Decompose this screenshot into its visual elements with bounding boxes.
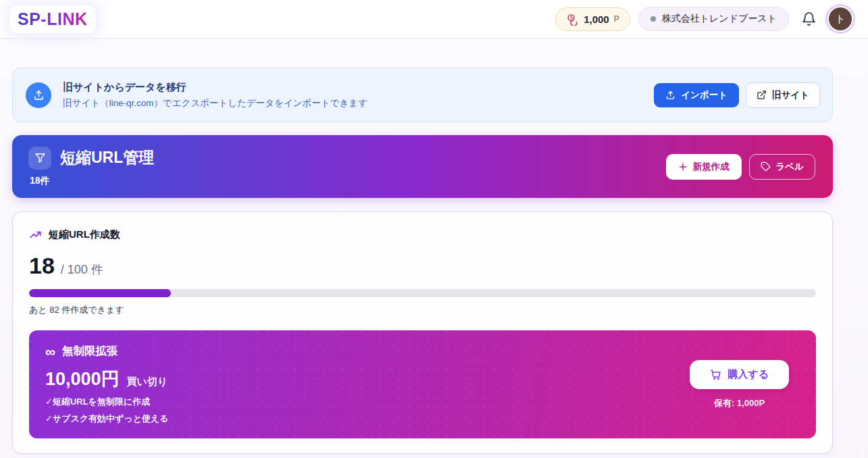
migration-banner: 旧サイトからデータを移行 旧サイト（line-qr.com）でエクスポートしたデ… bbox=[12, 68, 833, 122]
top-header: SP-LINK 1,000 P 株式会社トレンドブースト bbox=[0, 0, 868, 39]
unlimited-promo-card: ∞ 無制限拡張 10,000円 買い切り ✓短縮URLを無制限に作成 ✓サブスク… bbox=[29, 330, 816, 438]
purchase-button-label: 購入する bbox=[727, 368, 769, 381]
usage-progress-bar bbox=[29, 289, 816, 297]
points-balance-text: 保有: 1,000P bbox=[714, 397, 765, 409]
migration-banner-text: 旧サイトからデータを移行 旧サイト（line-qr.com）でエクスポートしたデ… bbox=[63, 81, 367, 109]
migration-banner-actions: インポート 旧サイト bbox=[654, 82, 820, 108]
label-button-label: ラベル bbox=[776, 161, 804, 173]
promo-title: 無制限拡張 bbox=[62, 344, 118, 359]
trending-up-icon bbox=[29, 228, 42, 241]
stats-title: 短縮URL作成数 bbox=[49, 228, 120, 241]
promo-left: ∞ 無制限拡張 10,000円 買い切り ✓短縮URLを無制限に作成 ✓サブスク… bbox=[45, 344, 169, 425]
label-button[interactable]: ラベル bbox=[749, 154, 815, 180]
url-manager-header-left: 短縮URL管理 18件 bbox=[28, 147, 154, 187]
upload-icon bbox=[33, 89, 45, 101]
old-site-button[interactable]: 旧サイト bbox=[746, 82, 820, 108]
promo-price: 10,000円 bbox=[45, 367, 120, 391]
header-right: 1,000 P 株式会社トレンドブースト ト bbox=[555, 6, 853, 32]
tag-icon bbox=[761, 161, 771, 172]
points-value: 1,000 bbox=[584, 14, 609, 25]
upload-icon bbox=[665, 90, 675, 100]
plus-icon bbox=[678, 162, 688, 172]
url-manager-header: 短縮URL管理 18件 新規作成 ラベル bbox=[12, 135, 833, 198]
promo-feature: ✓短縮URLを無制限に作成 bbox=[45, 396, 169, 408]
promo-title-row: ∞ 無制限拡張 bbox=[45, 344, 169, 359]
company-name: 株式会社トレンドブースト bbox=[662, 13, 777, 25]
company-selector[interactable]: 株式会社トレンドブースト bbox=[638, 7, 789, 31]
app-logo[interactable]: SP-LINK bbox=[9, 5, 96, 33]
stats-card: 短縮URL作成数 18 / 100 件 あと 82 件作成できます ∞ 無制限拡… bbox=[12, 211, 833, 454]
filter-icon-chip bbox=[28, 147, 51, 170]
main-content: 旧サイトからデータを移行 旧サイト（line-qr.com）でエクスポートしたデ… bbox=[12, 68, 833, 458]
migration-banner-left: 旧サイトからデータを移行 旧サイト（line-qr.com）でエクスポートしたデ… bbox=[26, 81, 367, 109]
avatar[interactable]: ト bbox=[827, 6, 853, 32]
stats-total-limit: / 100 件 bbox=[61, 261, 103, 278]
external-link-icon bbox=[757, 90, 767, 100]
url-manager-actions: 新規作成 ラベル bbox=[666, 154, 815, 180]
migration-banner-title: 旧サイトからデータを移行 bbox=[63, 81, 367, 94]
purchase-button[interactable]: 購入する bbox=[690, 360, 789, 389]
stats-number-row: 18 / 100 件 bbox=[29, 253, 816, 279]
create-new-button-label: 新規作成 bbox=[693, 161, 730, 173]
import-button-label: インポート bbox=[681, 89, 727, 101]
avatar-initial: ト bbox=[835, 13, 845, 26]
coins-icon bbox=[566, 13, 579, 26]
cart-icon bbox=[710, 369, 721, 380]
bell-icon bbox=[801, 11, 817, 27]
old-site-button-label: 旧サイト bbox=[772, 89, 809, 101]
funnel-icon bbox=[34, 152, 46, 163]
upload-icon-badge bbox=[26, 82, 51, 108]
company-status-dot bbox=[650, 16, 656, 22]
infinity-icon: ∞ bbox=[45, 345, 55, 359]
create-new-button[interactable]: 新規作成 bbox=[666, 154, 742, 180]
stats-current-count: 18 bbox=[29, 253, 55, 279]
promo-feature: ✓サブスク有効中ずっと使える bbox=[45, 413, 169, 425]
promo-price-note: 買い切り bbox=[127, 376, 168, 388]
url-count-badge: 18件 bbox=[30, 175, 154, 187]
stats-title-row: 短縮URL作成数 bbox=[29, 228, 816, 241]
migration-banner-description: 旧サイト（line-qr.com）でエクスポートしたデータをインポートできます bbox=[63, 97, 367, 109]
url-manager-title-row: 短縮URL管理 bbox=[28, 147, 154, 170]
page-title: 短縮URL管理 bbox=[60, 147, 154, 168]
import-button[interactable]: インポート bbox=[654, 83, 739, 107]
notifications-button[interactable] bbox=[801, 11, 817, 27]
promo-right: 購入する 保有: 1,000P bbox=[690, 360, 798, 409]
remaining-count-text: あと 82 件作成できます bbox=[29, 304, 816, 316]
points-unit: P bbox=[614, 14, 619, 24]
promo-price-row: 10,000円 買い切り bbox=[45, 367, 169, 391]
usage-progress-fill bbox=[29, 289, 171, 297]
points-badge[interactable]: 1,000 P bbox=[555, 7, 630, 31]
